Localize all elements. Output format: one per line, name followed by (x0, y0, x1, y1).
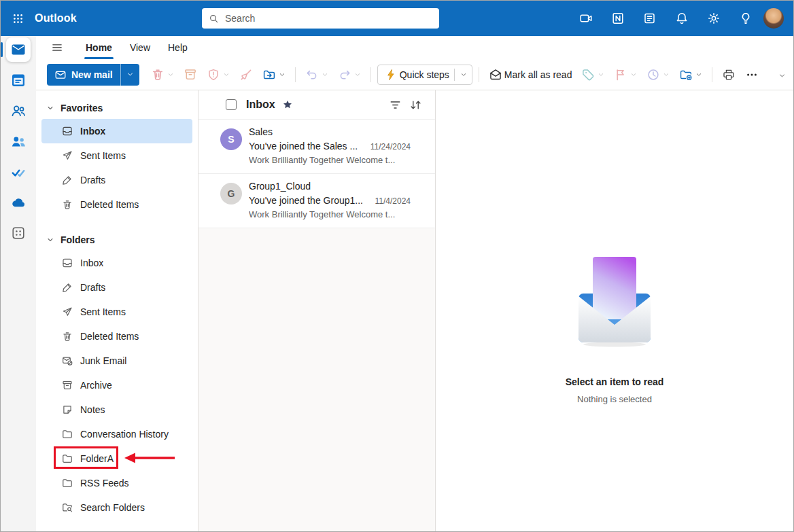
app-rail-mail[interactable] (6, 37, 31, 62)
folder-item-sent-items[interactable]: Sent Items (41, 143, 192, 168)
folder-item-sent-items[interactable]: Sent Items (41, 300, 192, 324)
search-input[interactable] (224, 12, 434, 24)
folder-item-notes[interactable]: Notes (41, 397, 192, 422)
outlook-window: Outlook Home View Help New mail (0, 0, 794, 532)
avatar[interactable] (763, 8, 784, 29)
note16-icon (62, 404, 73, 415)
toolbar-divider (370, 67, 371, 82)
tab-help[interactable]: Help (159, 36, 196, 59)
message-item[interactable]: SSalesYou've joined the Sales ...11/24/2… (198, 120, 435, 174)
app-rail-more-apps[interactable] (6, 221, 31, 245)
inbox16-icon (62, 258, 73, 268)
folder-item-label: Deleted Items (80, 331, 139, 342)
folder-item-rss-feeds[interactable]: RSS Feeds (41, 471, 192, 495)
sender-avatar: S (220, 128, 242, 150)
folder-item-label: Sent Items (80, 306, 126, 317)
message-item[interactable]: GGroup1_CloudYou've joined the Group1...… (198, 174, 435, 228)
folder-item-label: Deleted Items (80, 199, 139, 210)
new-mail-main[interactable]: New mail (47, 69, 120, 81)
notifications-button[interactable] (671, 7, 693, 29)
report-button[interactable] (203, 64, 233, 86)
folder-item-drafts[interactable]: Drafts (41, 168, 192, 192)
new-mail-dropdown[interactable] (121, 64, 139, 86)
folder-item-drafts[interactable]: Drafts (41, 275, 192, 300)
archive-icon (184, 68, 197, 82)
message-preview: Work Brilliantly Together Welcome t... (249, 209, 411, 221)
folder-item-foldera[interactable]: FolderA (41, 446, 192, 471)
folder-section-folders[interactable]: Folders (36, 229, 198, 251)
send16-icon (62, 150, 73, 161)
filter-button[interactable] (385, 94, 405, 115)
ribbon-tabs-row: Home View Help (36, 36, 793, 59)
message-sender: Sales (249, 126, 411, 139)
folder-item-label: FolderA (80, 453, 114, 464)
move-to-button[interactable] (259, 64, 289, 86)
top-bar: Outlook (1, 1, 793, 36)
message-subject: You've joined the Sales ... (249, 140, 365, 153)
redo-icon (338, 68, 351, 82)
toolbar-actions: Quick stepsMark all as read (148, 64, 770, 86)
flag-button[interactable] (610, 64, 640, 86)
folder-section-label: Folders (61, 234, 95, 245)
more-icon (745, 68, 759, 82)
gear-icon (707, 12, 721, 25)
chevdown-icon (598, 71, 604, 78)
chev16-icon (46, 236, 54, 244)
folder-item-archive[interactable]: Archive (41, 373, 192, 397)
search-box[interactable] (202, 8, 439, 29)
print-button[interactable] (719, 64, 739, 86)
tab-home[interactable]: Home (77, 36, 121, 59)
app-rail-people[interactable] (6, 99, 31, 123)
tab-view[interactable]: View (121, 36, 159, 59)
app-rail-todo[interactable] (6, 160, 31, 184)
rules-button[interactable] (676, 64, 706, 86)
app-rail-calendar[interactable] (6, 68, 31, 92)
select-all-checkbox[interactable] (226, 99, 237, 110)
folder-item-search-folders[interactable]: Search Folders (41, 495, 192, 520)
app-title: Outlook (35, 12, 77, 24)
sort-icon (409, 99, 422, 111)
more-options-button[interactable] (742, 64, 762, 86)
toolbar-divider (712, 67, 712, 82)
lightning-icon (384, 68, 398, 82)
app-rail-groups[interactable] (6, 129, 31, 154)
sweep-button[interactable] (236, 64, 256, 86)
notebook-button[interactable] (607, 7, 629, 29)
tips-button[interactable] (735, 7, 757, 29)
sort-button[interactable] (405, 94, 426, 115)
chevdown-icon (663, 71, 670, 78)
folder-item-label: Conversation History (80, 429, 169, 440)
folder-item-deleted-items[interactable]: Deleted Items (41, 324, 192, 349)
archive-button[interactable] (180, 64, 201, 86)
categorize-button[interactable] (578, 64, 608, 86)
folderarrow-icon (262, 68, 276, 82)
redo-button[interactable] (334, 64, 364, 86)
message-date: 11/4/2024 (375, 196, 411, 206)
app-rail-onedrive[interactable] (6, 190, 31, 215)
chevdown-icon (695, 71, 702, 78)
app-rail (1, 36, 36, 531)
folder-item-junk-email[interactable]: Junk Email (41, 349, 192, 373)
folder16-icon (62, 453, 73, 464)
folder-item-conversation-history[interactable]: Conversation History (41, 422, 192, 446)
settings-button[interactable] (703, 7, 725, 29)
app-launcher-button[interactable] (1, 1, 35, 36)
folder-item-inbox[interactable]: Inbox (41, 119, 192, 143)
notes-button[interactable] (639, 7, 661, 29)
new-mail-button[interactable]: New mail (47, 64, 139, 86)
undo-button[interactable] (302, 64, 332, 86)
folder-item-deleted-items[interactable]: Deleted Items (41, 192, 192, 217)
quick-steps-button[interactable]: Quick steps (377, 65, 472, 85)
hamburger-menu-button[interactable] (47, 37, 67, 58)
ribbon-collapse-button[interactable] (774, 68, 789, 83)
meet-button[interactable] (575, 7, 597, 29)
snooze-button[interactable] (643, 64, 673, 86)
delete-button[interactable] (148, 64, 177, 86)
folder-section-favorites[interactable]: Favorites (36, 97, 198, 119)
delete-icon (151, 68, 165, 82)
folder-item-inbox[interactable]: Inbox (41, 251, 192, 275)
mark-all-as-read-button[interactable]: Mark all as read (485, 64, 576, 86)
empty-state-subtitle: Nothing is selected (577, 394, 652, 404)
appsGrid-icon (10, 225, 27, 241)
favorite-star-icon[interactable] (282, 99, 293, 110)
